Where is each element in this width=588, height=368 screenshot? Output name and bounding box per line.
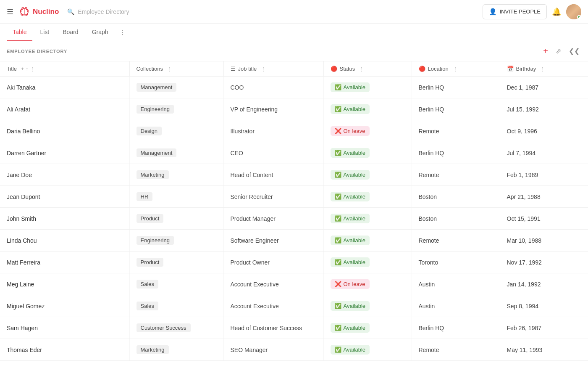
cell-status[interactable]: ✅ Available: [323, 208, 412, 230]
cell-status[interactable]: ❌ On leave: [323, 273, 412, 295]
sort-col-icon[interactable]: ↑: [26, 66, 28, 72]
cell-location[interactable]: Boston: [412, 208, 500, 230]
table-row[interactable]: Daria Bellino Design Illustrator ❌ On le…: [0, 120, 588, 142]
cell-collections[interactable]: Customer Success: [129, 317, 223, 339]
cell-birthday[interactable]: Jul 7, 1994: [500, 142, 588, 164]
tab-board[interactable]: Board: [57, 24, 84, 41]
cell-status[interactable]: ✅ Available: [323, 186, 412, 208]
cell-job[interactable]: VP of Engineering: [223, 98, 323, 120]
cell-location[interactable]: Remote: [412, 164, 500, 186]
cell-collections[interactable]: Marketing: [129, 164, 223, 186]
cell-title[interactable]: Meg Laine: [0, 273, 129, 295]
table-row[interactable]: Linda Chou Engineering Software Engineer…: [0, 230, 588, 252]
cell-status[interactable]: ✅ Available: [323, 295, 412, 317]
cell-birthday[interactable]: Feb 1, 1989: [500, 164, 588, 186]
cell-status[interactable]: ✅ Available: [323, 230, 412, 252]
status-menu-icon[interactable]: ⋮: [359, 66, 364, 72]
notification-bell-icon[interactable]: 🔔: [552, 7, 561, 16]
cell-title[interactable]: Linda Chou: [0, 230, 129, 252]
cell-job[interactable]: Head of Customer Success: [223, 317, 323, 339]
table-row[interactable]: Darren Gartner Management CEO ✅ Availabl…: [0, 142, 588, 164]
invite-people-button[interactable]: 👤 INVITE PEOPLE: [483, 4, 547, 19]
cell-status[interactable]: ❌ On leave: [323, 120, 412, 142]
cell-collections[interactable]: Management: [129, 77, 223, 98]
cell-title[interactable]: Sam Hagen: [0, 317, 129, 339]
collapse-button[interactable]: ❮❮: [567, 46, 581, 56]
add-col-icon[interactable]: +: [21, 66, 24, 72]
cell-title[interactable]: Jean Dupont: [0, 186, 129, 208]
cell-location[interactable]: Austin: [412, 295, 500, 317]
cell-collections[interactable]: Design: [129, 120, 223, 142]
cell-birthday[interactable]: Jan 14, 1992: [500, 273, 588, 295]
cell-birthday[interactable]: Dec 1, 1987: [500, 77, 588, 98]
cell-job[interactable]: Product Manager: [223, 208, 323, 230]
cell-birthday[interactable]: Oct 9, 1996: [500, 120, 588, 142]
cell-collections[interactable]: Management: [129, 142, 223, 164]
cell-status[interactable]: ✅ Available: [323, 142, 412, 164]
cell-collections[interactable]: HR: [129, 186, 223, 208]
cell-location[interactable]: Berlin HQ: [412, 317, 500, 339]
menu-icon[interactable]: ☰: [7, 7, 13, 16]
cell-collections[interactable]: Product: [129, 208, 223, 230]
cell-status[interactable]: ✅ Available: [323, 252, 412, 273]
cell-location[interactable]: Toronto: [412, 252, 500, 273]
table-row[interactable]: Miguel Gomez Sales Account Executive ✅ A…: [0, 295, 588, 317]
cell-status[interactable]: ✅ Available: [323, 98, 412, 120]
cell-collections[interactable]: Product: [129, 252, 223, 273]
col-menu-icon[interactable]: ⋮: [30, 66, 35, 72]
table-row[interactable]: Thomas Eder Marketing SEO Manager ✅ Avai…: [0, 339, 588, 361]
birthday-menu-icon[interactable]: ⋮: [540, 66, 545, 72]
more-tabs-icon[interactable]: ⋮: [116, 24, 129, 41]
cell-title[interactable]: John Smith: [0, 208, 129, 230]
tab-table[interactable]: Table: [7, 24, 32, 41]
cell-job[interactable]: Account Executive: [223, 273, 323, 295]
cell-status[interactable]: ✅ Available: [323, 164, 412, 186]
cell-birthday[interactable]: Oct 15, 1991: [500, 208, 588, 230]
cell-collections[interactable]: Sales: [129, 273, 223, 295]
search-area[interactable]: 🔍 Employee Directory: [67, 8, 129, 15]
collections-menu-icon[interactable]: ⋮: [167, 66, 172, 72]
cell-collections[interactable]: Engineering: [129, 98, 223, 120]
cell-job[interactable]: CEO: [223, 142, 323, 164]
table-row[interactable]: John Smith Product Product Manager ✅ Ava…: [0, 208, 588, 230]
table-row[interactable]: Aki Tanaka Management COO ✅ Available Be…: [0, 77, 588, 98]
cell-location[interactable]: Berlin HQ: [412, 98, 500, 120]
cell-birthday[interactable]: Jul 15, 1992: [500, 98, 588, 120]
cell-collections[interactable]: Marketing: [129, 339, 223, 361]
avatar[interactable]: [566, 4, 581, 19]
add-row-button[interactable]: +: [541, 45, 550, 57]
cell-birthday[interactable]: Apr 21, 1988: [500, 186, 588, 208]
cell-location[interactable]: Austin: [412, 273, 500, 295]
cell-title[interactable]: Daria Bellino: [0, 120, 129, 142]
logo[interactable]: Nuclino: [18, 6, 59, 18]
cell-location[interactable]: Remote: [412, 339, 500, 361]
cell-location[interactable]: Boston: [412, 186, 500, 208]
cell-title[interactable]: Jane Doe: [0, 164, 129, 186]
tab-list[interactable]: List: [34, 24, 55, 41]
table-row[interactable]: Jane Doe Marketing Head of Content ✅ Ava…: [0, 164, 588, 186]
cell-job[interactable]: SEO Manager: [223, 339, 323, 361]
cell-collections[interactable]: Sales: [129, 295, 223, 317]
cell-location[interactable]: Berlin HQ: [412, 142, 500, 164]
cell-job[interactable]: COO: [223, 77, 323, 98]
table-row[interactable]: Ali Arafat Engineering VP of Engineering…: [0, 98, 588, 120]
cell-status[interactable]: ✅ Available: [323, 317, 412, 339]
cell-birthday[interactable]: Sep 8, 1994: [500, 295, 588, 317]
cell-job[interactable]: Senior Recruiter: [223, 186, 323, 208]
cell-birthday[interactable]: Nov 17, 1992: [500, 252, 588, 273]
cell-title[interactable]: Ali Arafat: [0, 98, 129, 120]
table-row[interactable]: Matt Ferreira Product Product Owner ✅ Av…: [0, 252, 588, 273]
expand-button[interactable]: ⇗: [554, 46, 563, 56]
cell-job[interactable]: Account Executive: [223, 295, 323, 317]
cell-location[interactable]: Berlin HQ: [412, 77, 500, 98]
cell-collections[interactable]: Engineering: [129, 230, 223, 252]
cell-title[interactable]: Miguel Gomez: [0, 295, 129, 317]
cell-title[interactable]: Thomas Eder: [0, 339, 129, 361]
cell-location[interactable]: Remote: [412, 230, 500, 252]
cell-location[interactable]: Remote: [412, 120, 500, 142]
table-row[interactable]: Sam Hagen Customer Success Head of Custo…: [0, 317, 588, 339]
job-menu-icon[interactable]: ⋮: [261, 66, 266, 72]
cell-job[interactable]: Product Owner: [223, 252, 323, 273]
cell-birthday[interactable]: Mar 10, 1988: [500, 230, 588, 252]
cell-birthday[interactable]: Feb 26, 1987: [500, 317, 588, 339]
